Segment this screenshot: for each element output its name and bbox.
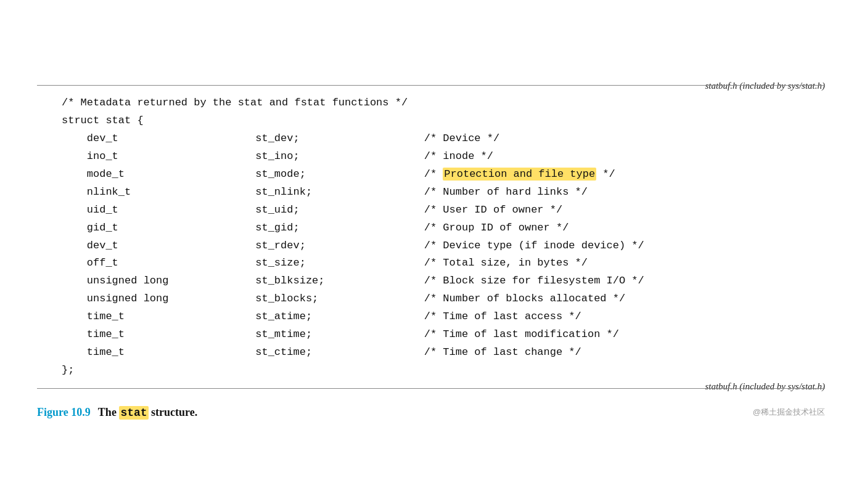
- field-type: ino_t: [87, 148, 255, 166]
- field-type: dev_t: [87, 130, 255, 148]
- table-row: nlink_t st_nlink; /* Number of hard link…: [62, 184, 800, 201]
- field-name: st_blocks;: [255, 290, 424, 308]
- field-name: st_size;: [255, 254, 424, 272]
- field-comment: /* Number of blocks allocated */: [424, 290, 800, 308]
- field-name: st_rdev;: [255, 237, 424, 255]
- figure-label: Figure 10.9: [37, 406, 91, 419]
- field-comment: /* Time of last change */: [424, 344, 800, 362]
- figure-text-after: structure.: [149, 406, 198, 418]
- figure-text-before: The: [98, 406, 120, 418]
- struct-close: };: [62, 362, 800, 380]
- field-type: gid_t: [87, 219, 255, 237]
- figure-caption: Figure 10.9 The stat structure. @稀土掘金技术社…: [37, 406, 825, 419]
- indent: [62, 201, 87, 219]
- table-row: gid_t st_gid; /* Group ID of owner */: [62, 219, 800, 237]
- field-comment: /* User ID of owner */: [424, 201, 800, 219]
- indent: [62, 130, 87, 148]
- top-rule: [37, 85, 825, 86]
- indent: [62, 219, 87, 237]
- field-name: st_dev;: [255, 130, 424, 148]
- field-type: nlink_t: [87, 184, 255, 201]
- field-name: st_nlink;: [255, 184, 424, 201]
- field-type: unsigned long: [87, 290, 255, 308]
- indent: [62, 184, 87, 201]
- main-container: statbuf.h (included by sys/stat.h) /* Me…: [37, 85, 825, 418]
- field-type: time_t: [87, 308, 255, 326]
- field-comment: /* inode */: [424, 148, 800, 166]
- field-name: st_ino;: [255, 148, 424, 166]
- field-name: st_blksize;: [255, 272, 424, 290]
- field-comment: /* Time of last access */: [424, 308, 800, 326]
- table-row: dev_t st_dev; /* Device */: [62, 130, 800, 148]
- table-row: unsigned long st_blksize; /* Block size …: [62, 272, 800, 290]
- field-comment: /* Block size for filesystem I/O */: [424, 272, 800, 290]
- table-row: time_t st_atime; /* Time of last access …: [62, 308, 800, 326]
- footer-label: statbuf.h (included by sys/stat.h): [699, 381, 825, 392]
- field-type: uid_t: [87, 201, 255, 219]
- figure-text: The stat structure.: [96, 406, 198, 419]
- field-comment: /* Number of hard links */: [424, 184, 800, 201]
- table-row: time_t st_ctime; /* Time of last change …: [62, 344, 800, 362]
- field-comment: /* Device type (if inode device) */: [424, 237, 800, 255]
- indent: [62, 344, 87, 362]
- fields-table: dev_t st_dev; /* Device */ ino_t st_ino;…: [62, 130, 800, 362]
- highlight-protection: Protection and file type: [443, 168, 596, 181]
- field-comment-highlight: /* Protection and file type */: [424, 166, 800, 184]
- field-type: off_t: [87, 254, 255, 272]
- field-name: st_uid;: [255, 201, 424, 219]
- field-comment: /* Time of last modification */: [424, 326, 800, 344]
- code-wrapper: statbuf.h (included by sys/stat.h) /* Me…: [37, 85, 825, 388]
- field-type: mode_t: [87, 166, 255, 184]
- watermark: @稀土掘金技术社区: [753, 407, 825, 418]
- field-type: time_t: [87, 344, 255, 362]
- table-row: uid_t st_uid; /* User ID of owner */: [62, 201, 800, 219]
- indent: [62, 290, 87, 308]
- indent: [62, 148, 87, 166]
- indent: [62, 237, 87, 255]
- table-row: dev_t st_rdev; /* Device type (if inode …: [62, 237, 800, 255]
- field-name: st_ctime;: [255, 344, 424, 362]
- field-type: dev_t: [87, 237, 255, 255]
- header-label: statbuf.h (included by sys/stat.h): [699, 81, 825, 91]
- indent: [62, 326, 87, 344]
- top-comment: /* Metadata returned by the stat and fst…: [62, 94, 800, 112]
- table-row: off_t st_size; /* Total size, in bytes *…: [62, 254, 800, 272]
- indent: [62, 166, 87, 184]
- field-comment: /* Total size, in bytes */: [424, 254, 800, 272]
- highlight-stat: stat: [119, 406, 148, 420]
- field-name: st_mtime;: [255, 326, 424, 344]
- field-comment: /* Group ID of owner */: [424, 219, 800, 237]
- table-row: mode_t st_mode; /* Protection and file t…: [62, 166, 800, 184]
- indent: [62, 272, 87, 290]
- indent: [62, 254, 87, 272]
- field-name: st_gid;: [255, 219, 424, 237]
- field-type: time_t: [87, 326, 255, 344]
- table-row: unsigned long st_blocks; /* Number of bl…: [62, 290, 800, 308]
- bottom-rule: [37, 388, 825, 389]
- struct-open: struct stat {: [62, 112, 800, 130]
- code-block: /* Metadata returned by the stat and fst…: [37, 88, 825, 385]
- table-row: time_t st_mtime; /* Time of last modific…: [62, 326, 800, 344]
- table-row: ino_t st_ino; /* inode */: [62, 148, 800, 166]
- field-comment: /* Device */: [424, 130, 800, 148]
- field-name: st_atime;: [255, 308, 424, 326]
- indent: [62, 308, 87, 326]
- field-type: unsigned long: [87, 272, 255, 290]
- field-name: st_mode;: [255, 166, 424, 184]
